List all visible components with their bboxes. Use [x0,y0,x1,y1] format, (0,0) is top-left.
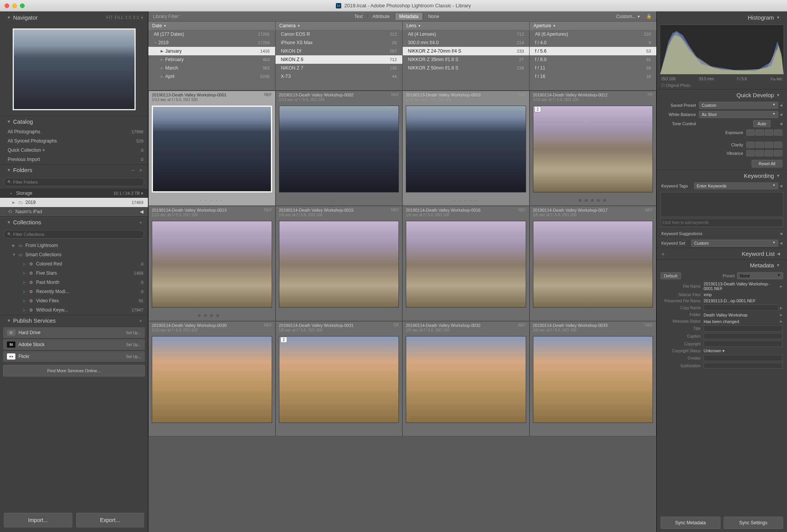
metafilter-row[interactable]: NIKON Df287 [276,47,402,55]
publish-header[interactable]: ▼ Publish Services + [0,315,148,326]
keywords-textarea[interactable] [661,192,783,217]
metafilter-row[interactable]: ▶January1416 [148,47,275,55]
setup-link[interactable]: Set Up... [126,355,141,359]
export-button[interactable]: Export... [76,513,144,527]
goto-icon[interactable]: ▸ [780,305,782,310]
thumbnail-image[interactable] [152,221,272,308]
smart-collection-item[interactable]: ▷⚙Five Stars1458 [0,268,148,278]
add-keyword-button[interactable]: + [661,250,665,257]
thumbnail-cell[interactable]: NEF 20190113-Death Valley Workshop-0001 … [148,91,276,206]
metafilter-row[interactable]: NIKON Z 7135 [276,64,402,72]
thumbnail-cell[interactable]: TIF 20190114-Death Valley Workshop-0012 … [530,91,657,206]
metadata-preset-select[interactable]: None▼ [737,272,783,279]
navigator-header[interactable]: ▼ Navigator FIT FILL 1:1 2:1 ▾ [0,12,148,23]
metafilter-row[interactable]: f / 1618 [530,72,656,81]
remove-folder-button[interactable]: − [130,167,136,173]
rating-stars[interactable]: · · · · · [327,197,351,203]
metadata-value-input[interactable] [704,341,782,347]
thumbnail-image[interactable] [279,221,399,308]
auto-tone-button[interactable]: Auto [753,120,770,127]
smart-collection-item[interactable]: ▷⚙Video Files91 [0,296,148,305]
metafilter-row[interactable]: All (4 Lenses)712 [403,30,530,38]
import-button[interactable]: Import... [4,513,72,527]
rating-stars[interactable]: · · · · · [200,197,224,203]
metafilter-row[interactable]: All (6 Apertures)233 [530,30,656,38]
collections-filter-input[interactable]: Filter Collections [4,230,144,239]
keyword-set-select[interactable]: Custom▼ [691,240,778,247]
minimize-button[interactable] [12,3,17,8]
metafilter-row[interactable]: NIKKOR Z 50mm f/1.8 S238 [403,64,530,72]
add-keywords-input[interactable]: Click here to add keywords [661,219,783,227]
metacol-header[interactable]: Date▼ [148,22,275,30]
histogram-display[interactable] [660,25,784,75]
thumbnail-cell[interactable]: NEF 20190113-Death Valley Workshop-0002 … [276,91,403,206]
exposure-steppers[interactable] [746,129,782,136]
smart-collection-item[interactable]: ▷⚙Without Keyw...17947 [0,305,148,315]
filter-tab-none[interactable]: None [424,13,443,20]
metadata-value-input[interactable] [704,355,782,361]
add-collection-button[interactable]: + [138,219,143,225]
goto-icon[interactable]: ▸ [780,319,782,324]
chevron-left-icon[interactable]: ◀ [780,184,782,188]
filter-preset-menu[interactable]: Custom... ▾ [612,13,643,20]
chevron-left-icon[interactable]: ◀ [780,103,782,107]
find-services-button[interactable]: Find More Services Online... [3,365,145,376]
collection-smart-collections[interactable]: ▼ ▭ Smart Collections [0,250,148,259]
metafilter-row[interactable]: All (177 Dates)17256 [148,30,275,38]
vibrance-steppers[interactable] [746,150,782,156]
lock-icon[interactable]: 🔒 [646,14,652,19]
metafilter-row[interactable]: f / 1159 [530,64,656,72]
metadata-value-input[interactable] [704,363,782,369]
thumbnail-cell[interactable]: NEF 20190114-Death Valley Workshop-0032 … [402,321,530,436]
metafilter-row[interactable]: ▶March982 [148,64,275,72]
metafilter-row[interactable]: 300.0 mm f/4.0214 [403,38,530,47]
chevron-left-icon[interactable]: ◀ [780,241,782,245]
quickdev-header[interactable]: Quick Develop ▼ [657,89,787,101]
thumbnail-cell[interactable]: NEF 20190114-Death Valley Workshop-0016 … [402,206,530,321]
metafilter-row[interactable]: f / 8.091 [530,55,656,64]
metafilter-row[interactable]: Canon EOS R212 [276,30,402,38]
thumbnail-image[interactable] [152,336,272,423]
thumbnail-cell[interactable]: TIF 20190114-Death Valley Workshop-0031 … [276,321,403,436]
thumbnail-cell[interactable]: NEF 20190114-Death Valley Workshop-0013 … [148,206,276,321]
metafilter-row[interactable]: NIKKOR Z 35mm f/1.8 S27 [403,55,530,64]
thumbnail-image[interactable] [406,106,526,192]
thumbnail-image[interactable] [533,336,653,423]
folders-filter-input[interactable]: Filter Folders [4,178,144,186]
preset-select[interactable]: Custom▼ [699,102,778,109]
metadata-header[interactable]: Metadata ▼ [657,259,787,271]
thumbnail-image[interactable] [279,336,399,423]
maximize-button[interactable] [20,3,25,8]
add-folder-button[interactable]: + [138,167,143,173]
keyword-tags-select[interactable]: Enter Keywords▼ [694,182,778,189]
add-publish-button[interactable]: + [138,318,143,324]
sync-metadata-button[interactable]: Sync Metadata [661,517,721,529]
navigator-preview[interactable] [13,28,136,110]
thumbnail-image[interactable] [152,106,272,192]
filter-tab-attribute[interactable]: Attribute [369,13,394,20]
filter-tab-metadata[interactable]: Metadata [395,13,422,20]
metacol-header[interactable]: Aperture▼ [530,22,656,30]
keywording-header[interactable]: Keywording ▼ [657,170,787,181]
thumbnail-cell[interactable]: NEF 20190114-Death Valley Workshop-0017 … [530,206,657,321]
reset-all-button[interactable]: Reset All [752,160,782,167]
smart-collection-item[interactable]: ▷⚙Colored Red0 [0,259,148,268]
metafilter-row[interactable]: X-T344 [276,72,402,81]
metadata-value-input[interactable] [704,333,782,339]
rating-stars[interactable]: ★★★★★ [578,197,608,203]
filter-tab-text[interactable]: Text [350,13,367,20]
clarity-steppers[interactable] [746,142,782,148]
setup-link[interactable]: Set Up... [126,331,141,335]
stack-badge[interactable]: 2 [535,106,541,112]
setup-link[interactable]: Set Up... [126,343,141,347]
chevron-left-icon[interactable]: ◀ [780,232,782,235]
close-button[interactable] [5,3,9,8]
smart-collection-item[interactable]: ▷⚙Recently Modi...0 [0,287,148,296]
chevron-left-icon[interactable]: ◀ [780,113,782,116]
metafilter-row[interactable]: NIKKOR Z 24-70mm f/4 S233 [403,47,530,55]
thumbnail-cell[interactable]: NEF 20190114-Death Valley Workshop-0015 … [276,206,403,321]
metafilter-row[interactable]: ▼201917256 [148,38,275,47]
catalog-row[interactable]: Previous Import0 [0,155,148,164]
metafilter-row[interactable]: ▶February403 [148,55,275,64]
stack-badge[interactable]: 2 [281,337,287,343]
